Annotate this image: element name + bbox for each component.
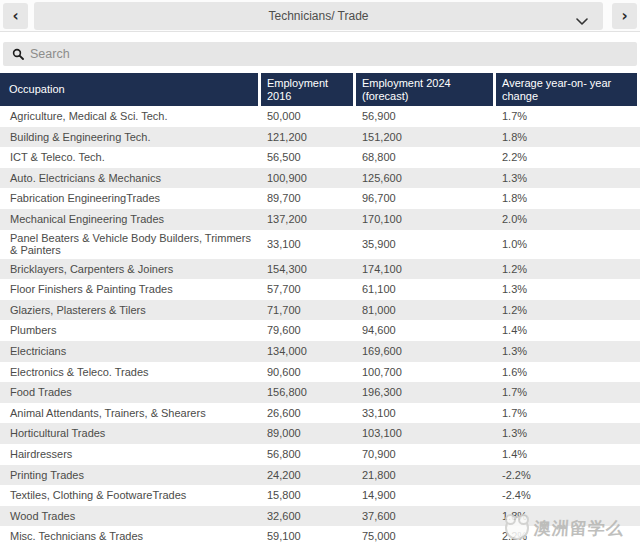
value-cell: 57,700 <box>261 281 356 298</box>
value-cell: 15,800 <box>261 487 356 504</box>
occupation-cell: Hairdressers <box>0 446 261 463</box>
column-header: Employment 2016 <box>261 73 353 106</box>
occupation-cell: Fabrication EngineeringTrades <box>0 190 261 207</box>
value-cell: 81,000 <box>356 302 496 319</box>
table-row: Wood Trades32,60037,6001.8% <box>0 506 640 527</box>
search-bar[interactable] <box>3 42 637 66</box>
chevron-down-icon <box>576 12 588 30</box>
table-row: Plumbers79,60094,6001.4% <box>0 320 640 341</box>
value-cell: 2.2% <box>496 528 640 545</box>
value-cell: 151,200 <box>356 129 496 146</box>
value-cell: 196,300 <box>356 384 496 401</box>
occupation-cell: Glaziers, Plasterers & Tilers <box>0 302 261 319</box>
value-cell: 103,100 <box>356 425 496 442</box>
occupation-cell: Animal Attendants, Trainers, & Shearers <box>0 405 261 422</box>
prev-category-button[interactable]: ‹ <box>3 3 28 29</box>
value-cell: 24,200 <box>261 467 356 484</box>
occupation-cell: Agriculture, Medical & Sci. Tech. <box>0 108 261 125</box>
value-cell: 154,300 <box>261 261 356 278</box>
table-row: Floor Finishers & Painting Trades57,7006… <box>0 279 640 300</box>
occupation-cell: Printing Trades <box>0 467 261 484</box>
occupation-cell: Misc. Technicians & Trades <box>0 528 261 545</box>
value-cell: 61,100 <box>356 281 496 298</box>
table-row: Printing Trades24,20021,800-2.2% <box>0 465 640 486</box>
value-cell: 1.7% <box>496 108 640 125</box>
value-cell: 1.3% <box>496 343 640 360</box>
table-row: Panel Beaters & Vehicle Body Builders, T… <box>0 230 640 259</box>
table-row: Agriculture, Medical & Sci. Tech.50,0005… <box>0 106 640 127</box>
value-cell: 35,900 <box>356 236 496 253</box>
table-row: Horticultural Trades89,000103,1001.3% <box>0 423 640 444</box>
value-cell: 1.0% <box>496 236 640 253</box>
value-cell: 21,800 <box>356 467 496 484</box>
value-cell: 156,800 <box>261 384 356 401</box>
value-cell: 90,600 <box>261 364 356 381</box>
value-cell: 94,600 <box>356 322 496 339</box>
value-cell: 170,100 <box>356 211 496 228</box>
occupation-cell: Electricians <box>0 343 261 360</box>
occupation-cell: Bricklayers, Carpenters & Joiners <box>0 261 261 278</box>
table-row: Food Trades156,800196,3001.7% <box>0 382 640 403</box>
value-cell: 89,700 <box>261 190 356 207</box>
table-row: Auto. Electricians & Mechanics100,900125… <box>0 168 640 189</box>
value-cell: 1.6% <box>496 364 640 381</box>
value-cell: 56,900 <box>356 108 496 125</box>
occupation-cell: Plumbers <box>0 322 261 339</box>
table-row: Bricklayers, Carpenters & Joiners154,300… <box>0 259 640 280</box>
occupation-cell: Auto. Electricians & Mechanics <box>0 170 261 187</box>
value-cell: 169,600 <box>356 343 496 360</box>
next-category-button[interactable]: › <box>612 3 637 29</box>
table-row: Animal Attendants, Trainers, & Shearers2… <box>0 403 640 424</box>
value-cell: 100,900 <box>261 170 356 187</box>
value-cell: 33,100 <box>356 405 496 422</box>
value-cell: 1.7% <box>496 384 640 401</box>
table-row: Misc. Technicians & Trades59,10075,0002.… <box>0 526 640 547</box>
value-cell: 1.2% <box>496 261 640 278</box>
value-cell: 59,100 <box>261 528 356 545</box>
table-row: Building & Engineering Tech.121,200151,2… <box>0 127 640 148</box>
table-row: ICT & Teleco. Tech.56,50068,8002.2% <box>0 147 640 168</box>
value-cell: 68,800 <box>356 149 496 166</box>
value-cell: 2.0% <box>496 211 640 228</box>
column-header: Average year-on- year change <box>496 73 637 106</box>
value-cell: 75,000 <box>356 528 496 545</box>
occupation-cell: Wood Trades <box>0 508 261 525</box>
occupation-cell: Electronics & Teleco. Trades <box>0 364 261 381</box>
column-header: Employment 2024 (forecast) <box>356 73 493 106</box>
value-cell: 125,600 <box>356 170 496 187</box>
value-cell: 1.7% <box>496 405 640 422</box>
value-cell: 79,600 <box>261 322 356 339</box>
table-row: Glaziers, Plasterers & Tilers71,70081,00… <box>0 300 640 321</box>
value-cell: 2.2% <box>496 149 640 166</box>
column-header: Occupation <box>0 73 258 106</box>
value-cell: 100,700 <box>356 364 496 381</box>
table-row: Electronics & Teleco. Trades90,600100,70… <box>0 362 640 383</box>
value-cell: 14,900 <box>356 487 496 504</box>
value-cell: 89,000 <box>261 425 356 442</box>
table-row: Hairdressers56,80070,9001.4% <box>0 444 640 465</box>
value-cell: 1.8% <box>496 508 640 525</box>
value-cell: 137,200 <box>261 211 356 228</box>
occupation-cell: Mechanical Engineering Trades <box>0 211 261 228</box>
occupation-cell: Horticultural Trades <box>0 425 261 442</box>
category-dropdown[interactable]: Technicians/ Trade <box>34 2 603 30</box>
occupation-cell: Textiles, Clothing & FootwareTrades <box>0 487 261 504</box>
category-dropdown-label: Technicians/ Trade <box>268 9 368 23</box>
value-cell: 56,500 <box>261 149 356 166</box>
occupation-cell: Floor Finishers & Painting Trades <box>0 281 261 298</box>
value-cell: 1.3% <box>496 425 640 442</box>
value-cell: 1.2% <box>496 302 640 319</box>
occupation-cell: ICT & Teleco. Tech. <box>0 149 261 166</box>
value-cell: 1.4% <box>496 446 640 463</box>
value-cell: 26,600 <box>261 405 356 422</box>
value-cell: 50,000 <box>261 108 356 125</box>
value-cell: 32,600 <box>261 508 356 525</box>
value-cell: 174,100 <box>356 261 496 278</box>
value-cell: 1.8% <box>496 190 640 207</box>
top-toolbar: ‹ Technicians/ Trade › <box>0 0 640 32</box>
table-row: Fabrication EngineeringTrades89,70096,70… <box>0 188 640 209</box>
value-cell: 121,200 <box>261 129 356 146</box>
value-cell: 134,000 <box>261 343 356 360</box>
table-header-row: OccupationEmployment 2016Employment 2024… <box>0 73 640 106</box>
search-input[interactable] <box>30 42 637 66</box>
